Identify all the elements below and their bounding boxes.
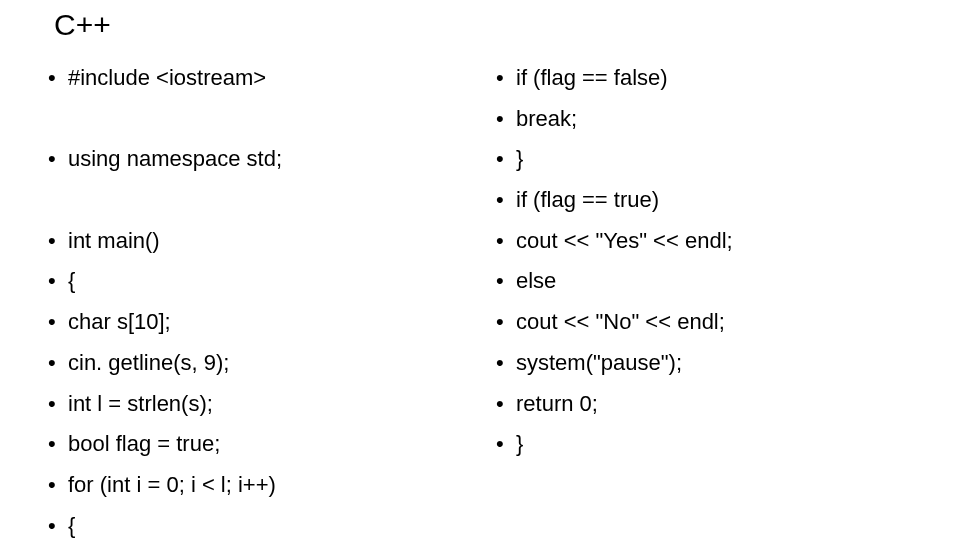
slide-title: C++: [54, 8, 912, 42]
code-line: using namespace std;: [48, 139, 464, 180]
code-line: cin. getline(s, 9);: [48, 343, 464, 384]
code-line: }: [496, 139, 912, 180]
left-column: #include <iostream> using namespace std;…: [48, 58, 464, 540]
code-line: int main(): [48, 221, 464, 262]
code-line: }: [496, 424, 912, 465]
code-line: {: [48, 506, 464, 540]
code-line: [48, 180, 464, 221]
content-columns: #include <iostream> using namespace std;…: [48, 58, 912, 540]
code-line: if (flag == false): [496, 58, 912, 99]
left-list: #include <iostream> using namespace std;…: [48, 58, 464, 540]
code-line: bool flag = true;: [48, 424, 464, 465]
code-line: char s[10];: [48, 302, 464, 343]
right-list: if (flag == false)break;}if (flag == tru…: [496, 58, 912, 465]
code-line: cout << "Yes" << endl;: [496, 221, 912, 262]
right-column: if (flag == false)break;}if (flag == tru…: [496, 58, 912, 540]
code-line: #include <iostream>: [48, 58, 464, 99]
code-line: {: [48, 261, 464, 302]
code-line: for (int i = 0; i < l; i++): [48, 465, 464, 506]
code-line: [48, 99, 464, 140]
code-line: else: [496, 261, 912, 302]
code-line: if (flag == true): [496, 180, 912, 221]
code-line: return 0;: [496, 384, 912, 425]
code-line: cout << "No" << endl;: [496, 302, 912, 343]
code-line: system("pause");: [496, 343, 912, 384]
code-line: break;: [496, 99, 912, 140]
code-line: int l = strlen(s);: [48, 384, 464, 425]
